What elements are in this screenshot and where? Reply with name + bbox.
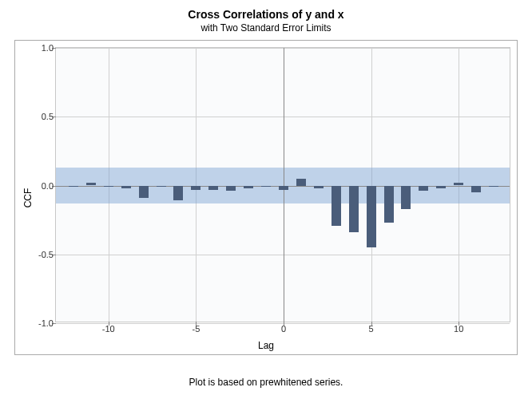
grid-line-h bbox=[56, 255, 510, 255]
zero-line-vertical bbox=[284, 48, 284, 322]
ccf-bar bbox=[104, 186, 113, 188]
chart-container: Cross Correlations of y and x with Two S… bbox=[0, 0, 532, 399]
y-tick-label: 0.5 bbox=[30, 112, 54, 121]
ccf-bar bbox=[279, 186, 288, 190]
ccf-bar bbox=[454, 183, 463, 185]
ccf-bar bbox=[86, 183, 96, 185]
y-tick-label: -0.5 bbox=[30, 250, 54, 259]
ccf-bar bbox=[332, 186, 341, 226]
ccf-bar bbox=[261, 186, 271, 188]
x-tick-label: 5 bbox=[369, 324, 374, 334]
ccf-bar bbox=[349, 186, 359, 233]
ccf-bar bbox=[489, 186, 498, 188]
ccf-bar bbox=[244, 186, 253, 188]
ccf-bar bbox=[384, 186, 394, 223]
ccf-bar bbox=[436, 186, 446, 188]
plot-area bbox=[55, 47, 510, 322]
y-tick-label: 0.0 bbox=[30, 181, 54, 191]
ccf-bar bbox=[173, 186, 183, 201]
ccf-bar bbox=[191, 186, 200, 190]
y-tick-label: 1.0 bbox=[30, 43, 54, 53]
chart-footnote: Plot is based on prewhitened series. bbox=[189, 377, 343, 388]
x-tick-label: -10 bbox=[102, 324, 115, 334]
chart-title: Cross Correlations of y and x bbox=[0, 8, 532, 21]
ccf-bar bbox=[296, 179, 306, 186]
ccf-bar bbox=[401, 186, 411, 209]
ccf-bar bbox=[69, 186, 78, 188]
x-tick-label: 0 bbox=[281, 324, 286, 334]
x-axis-label: Lag bbox=[258, 340, 274, 351]
y-tick-label: -1.0 bbox=[30, 318, 54, 328]
ccf-bar bbox=[157, 186, 166, 188]
ccf-bar bbox=[226, 186, 236, 192]
title-block: Cross Correlations of y and x with Two S… bbox=[0, 0, 532, 34]
x-tick-label: -5 bbox=[192, 324, 200, 334]
grid-line-h bbox=[56, 48, 510, 49]
ccf-bar bbox=[121, 186, 131, 188]
grid-line-h bbox=[56, 117, 510, 117]
ccf-bar bbox=[314, 186, 324, 188]
ccf-bar bbox=[139, 186, 149, 199]
plot-outer-frame: CCF Lag -1.0-0.50.00.51.0-10-50510 bbox=[14, 40, 518, 355]
ccf-bar bbox=[208, 186, 218, 190]
ccf-bar bbox=[419, 186, 428, 192]
y-axis-label: CCF bbox=[22, 188, 34, 207]
chart-subtitle: with Two Standard Error Limits bbox=[0, 22, 532, 34]
x-tick-label: 10 bbox=[454, 324, 463, 334]
ccf-bar bbox=[471, 186, 481, 193]
ccf-bar bbox=[367, 186, 376, 248]
